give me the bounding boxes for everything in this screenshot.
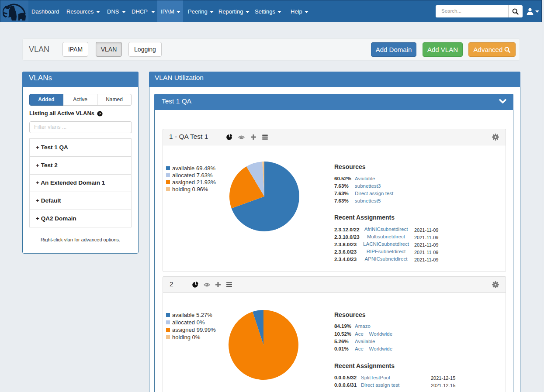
svg-text:?: ? xyxy=(98,111,101,116)
